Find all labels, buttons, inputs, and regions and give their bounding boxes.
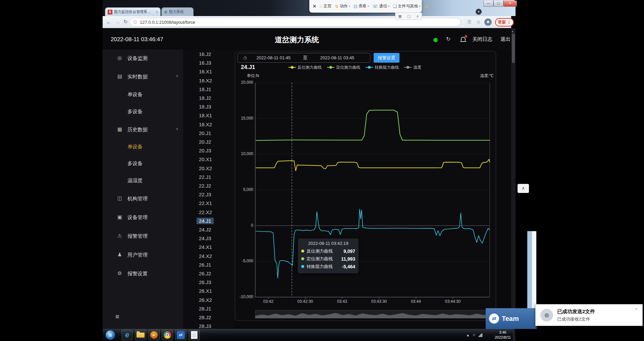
toast-close-icon[interactable]: ×	[635, 306, 638, 312]
device-list-item[interactable]: 24.X2	[197, 253, 214, 259]
sidebar-item-设备监测[interactable]: ◎设备监测	[103, 54, 183, 63]
teamviewer-window-fragment[interactable]: ⇄ Team	[486, 308, 537, 329]
chevron-up-icon[interactable]: ∧	[176, 74, 178, 78]
taskbar-teamviewer-icon[interactable]: ⇄	[175, 330, 186, 340]
device-list-item[interactable]: 24.J1	[197, 218, 214, 224]
sidebar-item-报警管理[interactable]: ⚠报警管理	[103, 232, 183, 241]
tab-close-icon[interactable]: ×	[156, 10, 158, 14]
device-list-item[interactable]: 18.X2	[197, 121, 214, 128]
window-minimize-button[interactable]: —	[483, 1, 493, 7]
device-list-item[interactable]: 28.J3	[197, 323, 214, 329]
range-from-value[interactable]: 2022-08-11 01:45	[252, 55, 295, 60]
device-list-item[interactable]: 26.X1	[197, 288, 214, 294]
legend-item-定位测力曲线[interactable]: 定位测力曲线	[327, 65, 360, 70]
tv-toolbar-item-动作[interactable]: ↯动作▾	[335, 3, 350, 9]
refresh-icon[interactable]: ↻	[446, 36, 450, 42]
sidebar-item-机构管理[interactable]: ◫机构管理	[103, 195, 183, 203]
browser-menu-circle-button[interactable]: ▾	[475, 8, 482, 15]
scrollbar-thumb[interactable]	[512, 33, 515, 63]
alarm-settings-button[interactable]: 报警设置	[374, 53, 399, 63]
key-icon[interactable]: ⚿	[468, 19, 471, 25]
device-list-item[interactable]: 22.J3	[197, 191, 214, 198]
device-list-item[interactable]: 24.X1	[197, 244, 214, 250]
tv-toolbar-item-smiley-icon[interactable]: ☺	[424, 3, 429, 9]
device-list-item[interactable]: 16.J2	[197, 51, 214, 57]
tv-toolbar-item-通信[interactable]: ☏通信▾	[372, 3, 390, 9]
device-list-item[interactable]: 26.X2	[197, 297, 214, 303]
info-icon[interactable]: ⓘ	[133, 19, 137, 25]
sidebar-item-报警设置[interactable]: ⚙报警设置	[103, 270, 183, 278]
device-list-item[interactable]: 16.J3	[197, 60, 214, 66]
bell-icon[interactable]	[461, 37, 466, 41]
device-list-item[interactable]: 24.J3	[197, 235, 214, 242]
show-desktop-button[interactable]	[513, 329, 516, 341]
window-maximize-button[interactable]: ▢	[493, 1, 503, 7]
sidebar-item-历史数据[interactable]: ▦历史数据∧	[103, 126, 183, 134]
browser-tab-active[interactable]: S 阻力监控后台管理系统-设备管理 ×	[105, 7, 161, 16]
fullscreen-icon[interactable]: ▢	[407, 14, 411, 18]
bookmark-star-icon[interactable]: ☆	[476, 19, 481, 25]
legend-item-反位测力曲线[interactable]: 反位测力曲线	[288, 65, 322, 70]
tv-toolbar-item-文件与其他[interactable]: ❏文件与其他▾	[393, 3, 420, 9]
legend-item-转换阻力曲线[interactable]: 转换阻力曲线	[366, 65, 399, 70]
device-list-item[interactable]: 18.J2	[197, 95, 214, 101]
device-list-item[interactable]: 20.J3	[197, 147, 214, 154]
taskbar-media-player-icon[interactable]: ▶	[148, 330, 160, 340]
profile-avatar[interactable]: ☻	[484, 18, 492, 26]
device-list-item[interactable]: 28.J1	[197, 305, 214, 312]
device-list-item[interactable]: 26.J1	[197, 262, 214, 268]
browser-tab-inactive[interactable]: ⊕ 阻力系统	[161, 7, 194, 16]
range-to-value[interactable]: 2022-08-11 03:45	[315, 55, 359, 60]
logout-button[interactable]: 退出	[500, 36, 511, 43]
forward-button[interactable]: →	[115, 19, 120, 25]
taskbar-chrome-icon[interactable]	[162, 330, 173, 340]
start-button[interactable]: ⊞	[105, 330, 115, 340]
collapse-icon[interactable]: ∧	[416, 14, 419, 18]
sidebar-item-温湿度[interactable]: 温湿度	[103, 177, 183, 185]
taskbar-notepad-icon[interactable]	[189, 330, 200, 340]
device-list-item[interactable]: 20.X2	[197, 165, 214, 172]
tray-flag-icon[interactable]: ⚐	[473, 333, 476, 337]
device-list-item[interactable]: 22.X1	[197, 200, 214, 206]
sidebar-item-多设备[interactable]: 多设备	[103, 108, 183, 116]
device-list-item[interactable]: 16.X2	[197, 77, 214, 84]
device-list-item[interactable]: 26.J3	[197, 279, 214, 285]
device-list-item[interactable]: 20.J1	[197, 130, 214, 136]
taskbar-folder-icon[interactable]	[135, 330, 146, 340]
tv-toolbar-item-close-icon[interactable]: ×	[313, 3, 316, 9]
back-button[interactable]: ←	[106, 19, 112, 25]
chrome-update-button[interactable]: 更新 ⋮	[495, 18, 514, 26]
scroll-to-top-button[interactable]: ∧	[518, 184, 529, 193]
sidebar-item-多设备[interactable]: 多设备	[103, 159, 183, 168]
date-range-picker[interactable]: ◷ 2022-08-11 01:45 至 2022-08-11 03:45	[237, 53, 370, 63]
reload-button[interactable]: ↻	[123, 19, 128, 25]
sidebar-item-实时数据[interactable]: ▤实时数据∧	[103, 73, 183, 81]
sidebar-collapse-icon[interactable]: ≡	[115, 313, 119, 321]
device-list-item[interactable]: 18.X1	[197, 112, 214, 119]
sidebar-item-单设备[interactable]: 单设备	[103, 143, 183, 151]
taskbar-ie-icon[interactable]: e	[121, 330, 133, 340]
device-list-item[interactable]: 18.J1	[197, 86, 214, 92]
taskbar-clock[interactable]: 3:46 2022/8/11	[492, 330, 513, 340]
close-log-button[interactable]: 关闭日志	[472, 36, 492, 43]
device-list-item[interactable]: 28.J2	[197, 314, 214, 321]
device-list-item[interactable]: 18.J3	[197, 104, 214, 110]
scrollbar-up-arrow[interactable]: ▴	[512, 29, 514, 33]
sidebar-item-设备管理[interactable]: ▣设备管理	[103, 213, 183, 222]
chevron-up-icon[interactable]: ∧	[176, 127, 178, 131]
network-signal-icon[interactable]	[479, 333, 482, 337]
device-list-item[interactable]: 22.J1	[197, 174, 214, 180]
device-list-item[interactable]: 22.J2	[197, 183, 214, 189]
legend-item-温度[interactable]: 温度	[404, 65, 421, 70]
device-list-item[interactable]: 22.X2	[197, 209, 214, 215]
sidebar-item-用户管理[interactable]: ♟用户管理	[103, 251, 183, 260]
device-list-item[interactable]: 24.J2	[197, 226, 214, 233]
system-tray[interactable]: ▲ ⚐	[466, 329, 493, 341]
window-close-button[interactable]: ×	[503, 1, 517, 7]
device-list-item[interactable]: 20.J2	[197, 139, 214, 145]
device-list-item[interactable]: 26.J2	[197, 270, 214, 277]
device-list-item[interactable]: 16.X1	[197, 68, 214, 75]
grid-icon[interactable]: ▦	[398, 14, 401, 18]
tray-show-hidden-icon[interactable]: ▲	[466, 333, 470, 337]
tv-toolbar-item-查看[interactable]: ⊡查看▾	[354, 3, 369, 9]
